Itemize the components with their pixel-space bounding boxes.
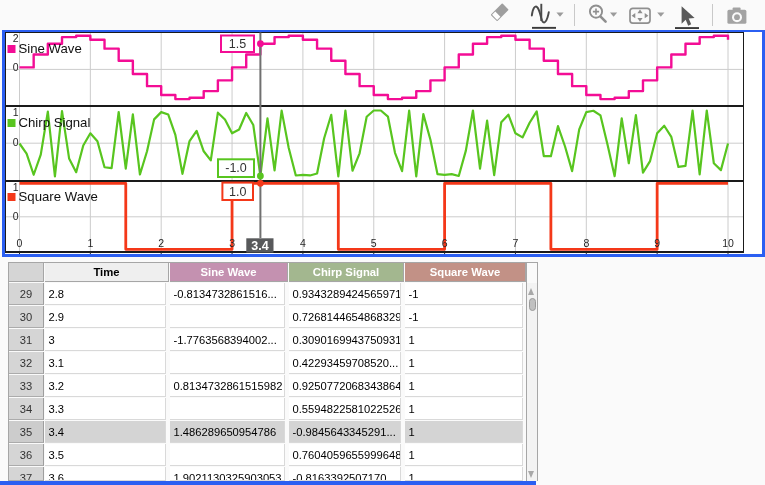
svg-text:0: 0	[17, 237, 23, 249]
svg-text:1.0: 1.0	[229, 185, 246, 199]
svg-text:0: 0	[13, 136, 19, 148]
svg-text:Square Wave: Square Wave	[19, 189, 98, 204]
svg-text:Sine Wave: Sine Wave	[19, 41, 82, 56]
svg-text:-1.0: -1.0	[225, 161, 247, 175]
svg-text:10: 10	[722, 237, 734, 249]
svg-text:8: 8	[583, 237, 589, 249]
svg-text:1: 1	[87, 237, 93, 249]
svg-text:5: 5	[371, 237, 377, 249]
svg-text:9: 9	[654, 237, 660, 249]
svg-text:4: 4	[300, 237, 306, 249]
svg-text:3.4: 3.4	[251, 239, 268, 253]
svg-text:0: 0	[13, 61, 19, 73]
svg-text:2: 2	[158, 237, 164, 249]
svg-text:3: 3	[229, 237, 235, 249]
svg-text:7: 7	[513, 237, 519, 249]
svg-text:6: 6	[442, 237, 448, 249]
svg-text:Chirp Signal: Chirp Signal	[19, 115, 91, 130]
svg-text:0: 0	[13, 210, 19, 222]
svg-text:1.5: 1.5	[229, 37, 246, 51]
